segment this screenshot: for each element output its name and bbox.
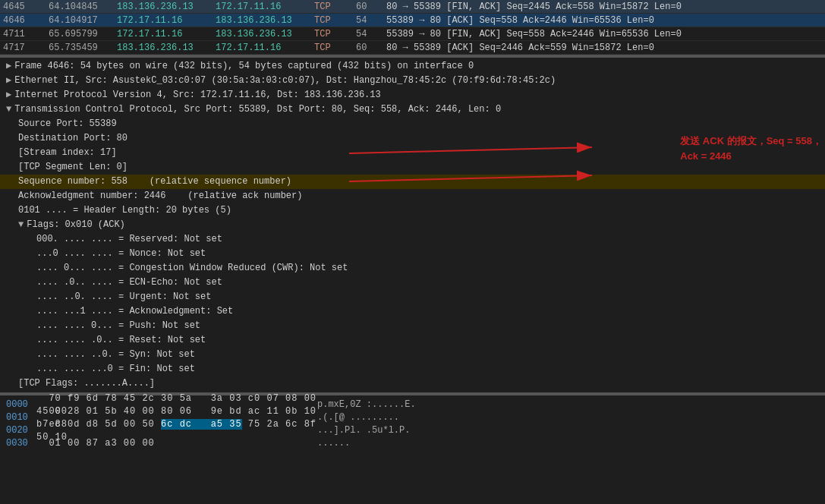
detail-cwr: .... 0... .... = Congestion Window Reduc…: [0, 261, 825, 276]
detail-fin: .... .... ...0 = Fin: Not set: [0, 362, 825, 376]
expand-icon: ▶: [6, 89, 11, 102]
packet-row-4717[interactable]: 4717 65.735459 183.136.236.13 172.17.11.…: [0, 41, 825, 55]
hex-row-0030: 0030 01 00 87 a3 00 00 ......: [6, 437, 819, 450]
annotation-line1: 发送 ACK 的报文，Seq = 558，: [680, 135, 822, 146]
detail-flags-header[interactable]: ▼ Flags: 0x010 (ACK): [0, 218, 825, 232]
selected-ascii: l. .5: [350, 425, 377, 436]
detail-ack-flag: .... ...1 .... = Acknowledgment: Set: [0, 304, 825, 319]
expand-icon: ▼: [6, 103, 11, 116]
hex-row-0020: 0020 ec 0d d8 5d 00 50 6c dc a5 35 75 2a…: [6, 424, 819, 437]
detail-ethernet[interactable]: ▶ Ethernet II, Src: AsustekC_03:c0:07 (3…: [0, 74, 825, 88]
selected-bytes: 6c dc a5 35: [161, 419, 242, 430]
hex-panel: 0000 70 f9 6d 78 45 2c 30 5a 3a 03 c0 07…: [0, 395, 825, 453]
detail-ip[interactable]: ▶ Internet Protocol Version 4, Src: 172.…: [0, 88, 825, 102]
detail-ack-number: Acknowledgment number: 2446 (relative ac…: [0, 189, 825, 203]
packet-list-panel: 4645 64.104845 183.136.236.13 172.17.11.…: [0, 0, 825, 55]
ethernet-text: Ethernet II, Src: AsustekC_03:c0:07 (30:…: [14, 74, 556, 87]
detail-tcp-header[interactable]: ▼ Transmission Control Protocol, Src Por…: [0, 102, 825, 117]
wireshark-window: 4645 64.104845 183.136.236.13 172.17.11.…: [0, 0, 825, 453]
detail-reserved: 000. .... .... = Reserved: Not set: [0, 232, 825, 247]
detail-frame[interactable]: ▶ Frame 4646: 54 bytes on wire (432 bits…: [0, 59, 825, 74]
ip-text: Internet Protocol Version 4, Src: 172.17…: [14, 89, 380, 102]
detail-src-port: Source Port: 55389: [0, 117, 825, 131]
detail-urgent: .... ..0. .... = Urgent: Not set: [0, 290, 825, 304]
packet-row-4646[interactable]: 4646 64.104917 172.17.11.16 183.136.236.…: [0, 14, 825, 27]
detail-ecn: .... .0.. .... = ECN-Echo: Not set: [0, 276, 825, 290]
packet-row-4645[interactable]: 4645 64.104845 183.136.236.13 172.17.11.…: [0, 0, 825, 14]
tcp-header-text: Transmission Control Protocol, Src Port:…: [14, 103, 501, 116]
detail-tcp-flags: [TCP Flags: .......A....]: [0, 376, 825, 391]
packet-row-4711[interactable]: 4711 65.695799 172.17.11.16 183.136.236.…: [0, 27, 825, 41]
detail-push: .... .... 0... = Push: Not set: [0, 319, 825, 333]
annotation-box: 发送 ACK 的报文，Seq = 558， Ack = 2446: [680, 134, 822, 163]
detail-nonce: ...0 .... .... = Nonce: Not set: [0, 247, 825, 261]
detail-syn: .... .... ..0. = Syn: Not set: [0, 348, 825, 362]
detail-header-length: 0101 .... = Header Length: 20 bytes (5): [0, 203, 825, 218]
detail-seq-number[interactable]: Sequence number: 558 (relative sequence …: [0, 175, 825, 189]
expand-icon: ▶: [6, 60, 11, 73]
flags-expand-icon: ▼: [18, 219, 24, 232]
frame-text: Frame 4646: 54 bytes on wire (432 bits),…: [14, 60, 474, 73]
annotation-line2: Ack = 2446: [680, 150, 732, 162]
expand-icon: ▶: [6, 74, 11, 87]
detail-reset: .... .... .0.. = Reset: Not set: [0, 333, 825, 348]
detail-panel: 发送 ACK 的报文，Seq = 558， Ack = 2446 ▶ Frame…: [0, 58, 825, 393]
